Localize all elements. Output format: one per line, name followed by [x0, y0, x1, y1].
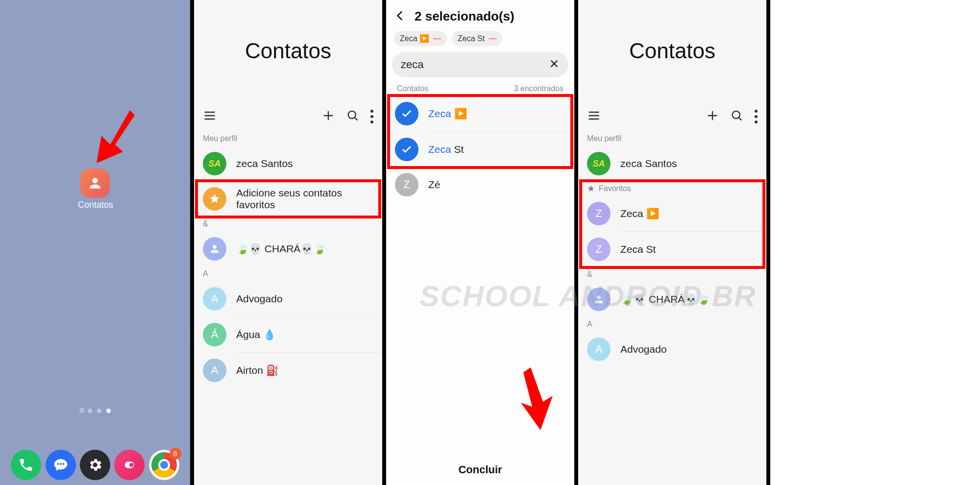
toolbar — [194, 102, 382, 131]
selection-chips: Zeca ▶️ — Zeca St — — [386, 29, 574, 52]
selection-header: 2 selecionado(s) — [386, 0, 574, 29]
star-icon — [587, 185, 595, 193]
contact-avatar — [203, 237, 226, 261]
search-query: zeca — [401, 58, 544, 71]
camera-app-icon[interactable] — [114, 450, 145, 480]
page-dot-active[interactable] — [106, 409, 111, 413]
page-indicator: ≡ — [0, 406, 190, 416]
favorite-row[interactable]: Z Zeca ▶️ — [578, 196, 766, 231]
results-label: Contatos — [397, 84, 428, 93]
section-label-favorites: Favoritos — [578, 181, 766, 196]
section-label-profile: Meu perfil — [194, 131, 382, 146]
toolbar — [578, 102, 766, 131]
star-icon — [203, 187, 226, 211]
contact-row[interactable]: A Airton ⛽ — [194, 353, 382, 388]
menu-icon[interactable] — [587, 109, 601, 124]
contact-avatar: Z — [587, 202, 611, 225]
header-title-area: Contatos — [578, 0, 766, 102]
contact-avatar: Z — [395, 173, 418, 196]
contact-name: Airton ⛽ — [236, 364, 279, 376]
more-icon[interactable] — [755, 110, 758, 123]
selection-count: 2 selecionado(s) — [415, 9, 514, 24]
contacts-app-label: Contatos — [59, 200, 132, 210]
apps-grid-icon[interactable]: ≡ — [79, 406, 83, 416]
svg-point-3 — [348, 111, 356, 119]
selection-chip[interactable]: Zeca ▶️ — — [394, 31, 447, 46]
page-title: Contatos — [245, 39, 331, 63]
profile-row[interactable]: SA zeca Santos — [194, 146, 382, 181]
contact-avatar — [587, 288, 611, 311]
contacts-app-icon[interactable] — [80, 169, 110, 198]
contacts-panel-selection: 2 selecionado(s) Zeca ▶️ — Zeca St — zec… — [386, 0, 578, 485]
profile-name: zeca Santos — [236, 158, 293, 170]
check-icon — [395, 102, 418, 125]
svg-point-2 — [129, 463, 133, 467]
svg-marker-4 — [521, 367, 553, 430]
search-input[interactable]: zeca — [392, 52, 568, 77]
contact-row[interactable]: Á Água 💧 — [194, 317, 382, 352]
contact-avatar: A — [203, 287, 226, 311]
home-screen-panel: Contatos ≡ 8 — [0, 0, 194, 485]
svg-marker-0 — [97, 110, 135, 163]
profile-name: zeca Santos — [620, 158, 677, 170]
contact-name: Zeca ▶️ — [620, 208, 659, 219]
contact-row[interactable]: A Advogado — [578, 332, 766, 367]
contact-name: Água 💧 — [236, 329, 276, 340]
contact-name: Zeca ▶️ — [428, 108, 467, 120]
contact-row-selected[interactable]: Zeca St — [386, 132, 574, 167]
contacts-panel-with-favorites: Contatos Meu perfil SA zeca Santos Favor… — [578, 0, 770, 485]
contact-row[interactable]: Z Zé — [386, 167, 574, 202]
contact-name: Advogado — [620, 343, 667, 355]
contact-name: 🍃💀 CHARÁ💀🍃 — [620, 293, 710, 305]
section-label-profile: Meu perfil — [578, 131, 766, 146]
messages-app-icon[interactable] — [46, 450, 76, 480]
page-dot[interactable] — [88, 409, 92, 413]
contact-avatar: Á — [203, 323, 226, 346]
phone-app-icon[interactable] — [11, 450, 41, 480]
back-icon[interactable] — [394, 9, 407, 24]
contact-name: Zeca St — [428, 144, 464, 155]
contact-row-selected[interactable]: Zeca ▶️ — [386, 96, 574, 131]
profile-row[interactable]: SA zeca Santos — [578, 146, 766, 181]
contact-avatar: Z — [587, 238, 611, 261]
contact-name: Advogado — [236, 293, 283, 305]
chip-remove-icon[interactable]: — — [433, 34, 441, 43]
page-title: Contatos — [629, 39, 715, 63]
add-icon[interactable] — [321, 109, 335, 124]
done-button[interactable]: Concluir — [386, 463, 574, 476]
profile-avatar: SA — [587, 152, 611, 175]
contact-row[interactable]: A Advogado — [194, 281, 382, 316]
chip-label: Zeca ▶️ — [400, 34, 429, 43]
chip-remove-icon[interactable]: — — [489, 34, 496, 43]
contact-avatar: A — [587, 338, 611, 361]
search-icon[interactable] — [346, 109, 360, 124]
contacts-panel-initial: Contatos Meu perfil SA zeca Santos Adici… — [194, 0, 386, 485]
search-icon[interactable] — [730, 109, 744, 124]
contact-avatar: A — [203, 359, 226, 382]
chrome-app-icon[interactable]: 8 — [149, 450, 179, 480]
clear-icon[interactable] — [549, 58, 560, 71]
profile-avatar: SA — [203, 152, 226, 175]
selection-chip[interactable]: Zeca St — — [452, 31, 502, 46]
section-label: A — [194, 267, 382, 281]
results-meta: Contatos 3 encontrados — [386, 82, 574, 96]
page-dot[interactable] — [97, 409, 101, 413]
annotation-arrow — [96, 110, 135, 164]
add-icon[interactable] — [706, 109, 719, 124]
chip-label: Zeca St — [458, 34, 485, 43]
notification-badge: 8 — [170, 448, 181, 460]
dock: 8 — [0, 450, 190, 480]
add-favorites-row[interactable]: Adicione seus contatos favoritos — [194, 181, 382, 217]
section-label: & — [194, 217, 382, 231]
menu-icon[interactable] — [203, 109, 217, 124]
contact-name: 🍃💀 CHARÁ💀🍃 — [236, 243, 326, 255]
results-count: 3 encontrados — [514, 84, 564, 93]
settings-app-icon[interactable] — [80, 450, 110, 480]
contact-row[interactable]: 🍃💀 CHARÁ💀🍃 — [194, 231, 382, 267]
section-label: & — [578, 267, 766, 282]
favorite-row[interactable]: Z Zeca St — [578, 232, 766, 267]
contact-row[interactable]: 🍃💀 CHARÁ💀🍃 — [578, 282, 766, 317]
header-title-area: Contatos — [194, 0, 382, 102]
contact-name: Zeca St — [620, 243, 656, 255]
more-icon[interactable] — [370, 110, 373, 123]
